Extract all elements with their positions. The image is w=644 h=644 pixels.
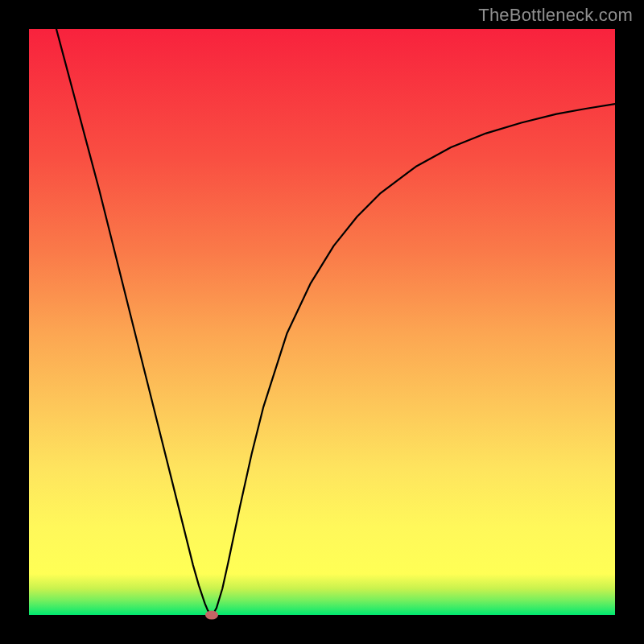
minimum-marker xyxy=(205,611,218,620)
bottleneck-curve xyxy=(29,29,615,615)
chart-frame: TheBottleneck.com xyxy=(0,0,644,644)
plot-area xyxy=(29,29,615,615)
watermark-text: TheBottleneck.com xyxy=(478,5,633,26)
